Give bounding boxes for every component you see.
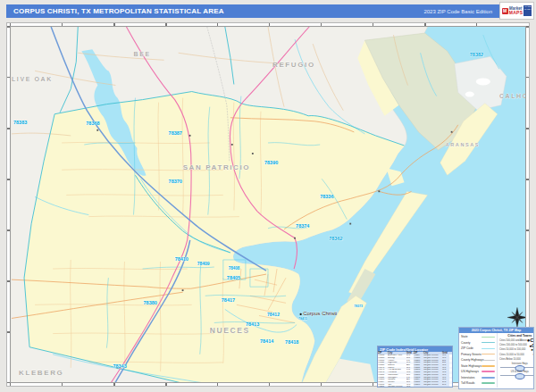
map-legend: 2023 Corpus Christi, TX ZIP Map StateCou…: [458, 327, 534, 389]
zip-label-78370: 78370: [169, 179, 182, 184]
zip-label-78380: 78380: [144, 300, 157, 305]
zip-table-body: 78336Aransas PassD-378407Corpus ChristiC…: [378, 354, 452, 388]
zip-label-78405: 78405: [227, 275, 240, 280]
zip-label-78414: 78414: [260, 338, 274, 344]
island-flat: [476, 78, 490, 85]
zip-table-row: 78401Corpus ChristiC-5: [378, 386, 452, 388]
header-bar: CORPUS CHRISTI, TX METROPOLITAN STATISTI…: [6, 4, 499, 18]
marketmaps-logo: M Market MAPS MADE IN USA: [499, 2, 534, 20]
zip-label-78362: 78362: [329, 236, 342, 241]
zip-label-78373: 78373: [354, 304, 363, 308]
city-label-corpus-christi: Corpus Christi: [303, 311, 337, 316]
legend-shield-interstate-hwys: Interstate Hwys: [499, 363, 534, 370]
island-flat: [465, 92, 474, 97]
zip-label-78343: 78343: [113, 363, 126, 369]
zip-label-78382: 78382: [470, 52, 483, 57]
legend-item-toll-roads: Toll Roads: [461, 380, 495, 387]
legend-swatch: [482, 371, 495, 372]
highway-shield-icon: [515, 373, 524, 379]
zip-label-78413: 78413: [246, 321, 259, 327]
made-in-usa-badge: MADE IN USA: [523, 5, 532, 16]
county-label-bee: BEE: [133, 51, 150, 57]
legend-city-size: Cities Below 10,000○City: [499, 357, 534, 362]
map-graphic: LIVE OAKBEEREFUGIOSAN PATRICIONUECESKLEB…: [11, 27, 525, 382]
county-label-live-oak: LIVE OAK: [12, 76, 53, 82]
logo-mark-icon: M: [502, 8, 508, 14]
map-title: CORPUS CHRISTI, TX METROPOLITAN STATISTI…: [13, 7, 224, 15]
zip-label-78409: 78409: [197, 261, 210, 266]
zip-index-table: ZIP Code Index/Grid Locator ZIPCityGridZ…: [377, 346, 453, 388]
county-label-calhoun: CALHOUN: [499, 93, 525, 99]
zip-label-78387: 78387: [169, 130, 182, 136]
zip-label-78417: 78417: [222, 297, 235, 303]
zip-label-78368: 78368: [86, 121, 99, 126]
county-label-refugio: REFUGIO: [272, 61, 315, 69]
zip-label-78374: 78374: [296, 223, 310, 229]
county-label-aransas: ARANSAS: [446, 142, 480, 147]
zip-label-78390: 78390: [264, 160, 278, 165]
zip-label-78418: 78418: [285, 339, 298, 345]
legend-swatch: [482, 354, 495, 354]
page: CORPUS CHRISTI, TX METROPOLITAN STATISTI…: [0, 0, 536, 392]
legend-shield-us-state-hwys: US & State Hwys: [499, 371, 534, 378]
map-frame: LIVE OAKBEEREFUGIOSAN PATRICIONUECESKLEB…: [6, 22, 530, 387]
county-label-kleberg: KLEBERG: [19, 369, 63, 377]
legend-swatch: [482, 337, 495, 338]
legend-swatch: [482, 348, 495, 349]
zip-label-78412: 78412: [267, 312, 280, 317]
zip-label-78408: 78408: [229, 266, 240, 271]
zip-label-78336: 78336: [320, 194, 333, 199]
edition-label: 2023 ZIP Code Basic Edition: [423, 9, 492, 14]
legend-swatch: [482, 365, 495, 367]
legend-swatch: [482, 342, 495, 343]
logo-maps-text: MAPS: [509, 11, 523, 15]
legend-cities: Cities and Towns Cities 500,000 and Abov…: [497, 333, 534, 388]
legend-swatch: [482, 377, 495, 379]
legend-swatch: [484, 360, 495, 361]
city-dot: [300, 313, 302, 315]
map-canvas: LIVE OAKBEEREFUGIOSAN PATRICIONUECESKLEB…: [10, 26, 526, 383]
zip-label-78410: 78410: [175, 256, 188, 262]
zip-label-78383: 78383: [13, 120, 27, 125]
legend-line-items: StateCountyZIP CodePrimary StreetsCounty…: [459, 333, 497, 388]
county-label-nueces: NUECES: [210, 326, 250, 335]
legend-swatch: [482, 382, 495, 384]
county-label-san-patricio: SAN PATRICIO: [183, 163, 251, 171]
zip-label-78415: 78415: [298, 317, 307, 321]
